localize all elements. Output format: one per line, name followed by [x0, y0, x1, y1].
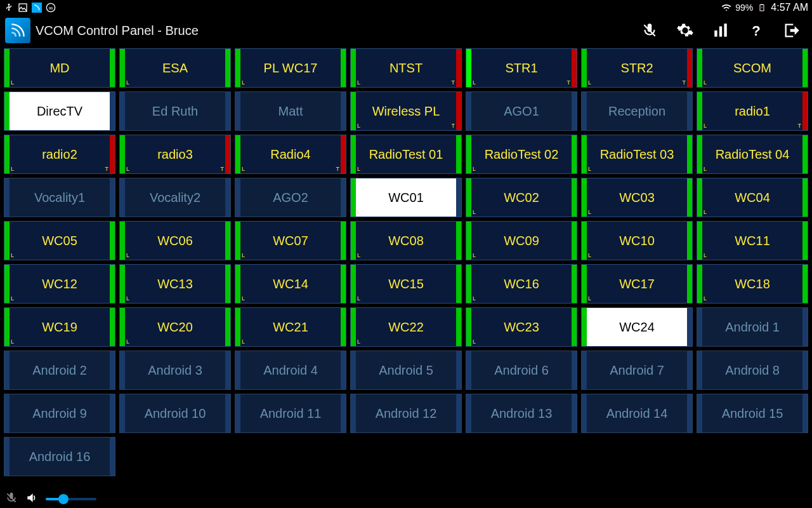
channel-button[interactable]: WC05L — [4, 221, 115, 260]
channel-button[interactable]: DirecTV — [4, 91, 115, 131]
channel-button[interactable]: WC01L — [350, 178, 462, 217]
channel-label: WC01 — [388, 190, 424, 205]
channel-button[interactable]: WC08L — [350, 221, 462, 260]
channel-button[interactable]: Android 4 — [235, 351, 346, 390]
channel-button[interactable]: WC22L — [350, 307, 462, 347]
level-bar-left — [235, 265, 240, 303]
level-bar-left — [4, 265, 10, 303]
channel-button[interactable]: ESAL — [119, 48, 231, 88]
channel-button[interactable]: WC15L — [350, 264, 462, 304]
channel-button[interactable]: NTSTLT — [350, 48, 462, 88]
mic-mute-button[interactable] — [639, 20, 660, 41]
level-bar-right — [341, 135, 346, 173]
channel-button[interactable]: WC17L — [581, 264, 693, 304]
channel-button[interactable]: Ed Ruth — [119, 91, 231, 131]
channel-button[interactable]: Android 8 — [697, 351, 808, 390]
channel-button[interactable]: WC09L — [466, 221, 577, 260]
channel-button[interactable]: WC21L — [235, 307, 346, 347]
channel-button[interactable]: WC13L — [119, 264, 231, 304]
channel-button[interactable]: WC10L — [581, 221, 693, 260]
channel-button[interactable]: RadioTest 03L — [581, 135, 693, 174]
level-bar-left — [4, 394, 10, 432]
channel-button[interactable]: WC04L — [697, 178, 808, 217]
channel-label: WC09 — [504, 234, 539, 248]
level-bar-left — [120, 92, 125, 130]
svg-rect-9 — [724, 23, 726, 37]
channel-button[interactable]: Vocality1 — [4, 178, 115, 217]
channel-button[interactable]: AGO2 — [235, 178, 346, 217]
battery-percent: 99% — [735, 3, 753, 13]
channel-button[interactable]: Android 2 — [4, 351, 115, 390]
channel-button[interactable]: RadioTest 01L — [350, 135, 462, 174]
channel-button[interactable]: WC19L — [4, 307, 115, 347]
channel-button[interactable]: Android 14 — [581, 394, 693, 433]
channel-button[interactable]: Android 7 — [581, 351, 693, 390]
battery-icon — [757, 3, 767, 13]
badge-99-icon: 99 — [46, 3, 56, 13]
channel-button[interactable]: radio1LT — [697, 91, 808, 131]
channel-button[interactable]: Android 3 — [119, 351, 231, 390]
tag-listen: L — [126, 296, 129, 302]
level-bar-right — [802, 135, 808, 173]
channel-button[interactable]: Android 10 — [119, 394, 231, 433]
channel-button[interactable]: Android 12 — [350, 394, 462, 433]
channel-button[interactable]: Android 1 — [697, 307, 808, 347]
level-bar-left — [466, 265, 471, 303]
channel-button[interactable]: WC23L — [466, 307, 577, 347]
channel-button[interactable]: Android 15 — [697, 394, 808, 433]
level-bar-left — [351, 394, 356, 432]
level-bar-left — [4, 438, 10, 476]
channel-label: WC05 — [42, 234, 77, 248]
channel-button[interactable]: PL WC17L — [235, 48, 346, 88]
channel-button[interactable]: Android 9 — [4, 394, 115, 433]
channel-button[interactable]: Radio4LT — [235, 135, 346, 174]
level-bar-right — [456, 92, 461, 130]
tag-listen: L — [704, 123, 707, 129]
channel-button[interactable]: Android 13 — [466, 394, 577, 433]
channel-button[interactable]: SCOML — [697, 48, 808, 88]
channel-button[interactable]: Android 5 — [350, 351, 462, 390]
svg-rect-7 — [714, 30, 717, 37]
channel-label: WC21 — [273, 320, 308, 335]
channel-button[interactable]: WC11L — [697, 221, 808, 260]
channel-button[interactable]: WC18L — [697, 264, 808, 304]
speaker-icon[interactable] — [25, 491, 38, 507]
channel-button[interactable]: WC06L — [119, 221, 231, 260]
channel-button[interactable]: WC12L — [4, 264, 115, 304]
channel-button[interactable]: STR1LT — [466, 48, 577, 88]
channel-button[interactable]: radio3LT — [119, 135, 231, 174]
mic-mute-icon[interactable] — [5, 491, 18, 507]
channel-button[interactable]: WC03L — [581, 178, 693, 217]
channel-button[interactable]: WC24 — [581, 307, 693, 347]
level-bar-left — [351, 308, 356, 346]
channel-button[interactable]: MDL — [4, 48, 115, 88]
channel-button[interactable]: Reception — [581, 91, 693, 131]
settings-button[interactable] — [675, 20, 695, 41]
channel-button[interactable]: RadioTest 02L — [466, 135, 577, 174]
level-bar-left — [4, 178, 10, 217]
channel-button[interactable]: WC14L — [235, 264, 346, 304]
channel-button[interactable]: Android 6 — [466, 351, 577, 390]
channel-button[interactable]: WC20L — [119, 307, 231, 347]
level-bar-right — [110, 135, 115, 173]
channel-button[interactable]: radio2LT — [4, 135, 115, 174]
channel-button[interactable]: WC02L — [466, 178, 577, 217]
channel-button[interactable]: STR2LT — [581, 48, 693, 88]
channel-button[interactable]: WC07L — [235, 221, 346, 260]
help-button[interactable]: ? — [746, 20, 766, 41]
level-bar-left — [235, 351, 240, 389]
channel-button[interactable]: Vocality2 — [119, 178, 231, 217]
levels-button[interactable] — [710, 20, 731, 41]
level-bar-right — [225, 92, 230, 130]
exit-button[interactable] — [782, 20, 802, 41]
channel-label: radio3 — [157, 147, 193, 162]
channel-button[interactable]: RadioTest 04L — [697, 135, 808, 174]
channel-button[interactable]: Android 16 — [4, 437, 115, 476]
volume-slider[interactable] — [46, 498, 96, 500]
tag-talk: T — [221, 166, 225, 172]
channel-button[interactable]: Android 11 — [235, 394, 346, 433]
channel-button[interactable]: Wireless PLLT — [350, 91, 462, 131]
channel-button[interactable]: AGO1 — [466, 91, 577, 131]
channel-button[interactable]: WC16L — [466, 264, 577, 304]
channel-button[interactable]: Matt — [235, 91, 346, 131]
